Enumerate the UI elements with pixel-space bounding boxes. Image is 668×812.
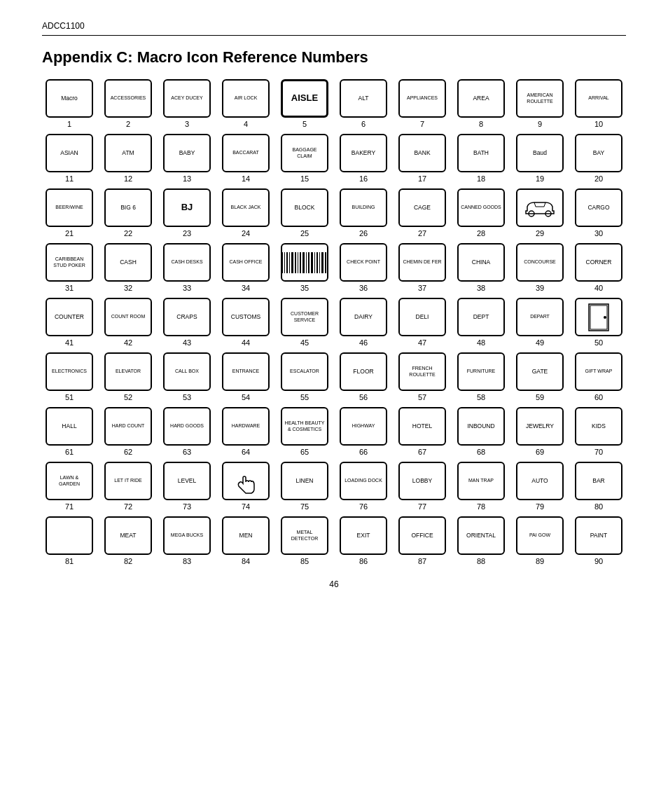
icon-num-42: 42	[124, 338, 132, 347]
icon-cell-80: BAR80	[571, 462, 626, 511]
icon-num-5: 5	[302, 120, 307, 128]
icon-box-29	[516, 188, 564, 227]
icon-cell-23: BJ23	[160, 188, 214, 238]
icon-cell-10: ARRIVAL10	[571, 79, 626, 128]
icon-box-44: CUSTOMS	[222, 298, 270, 336]
icon-cell-6: ALT6	[336, 79, 391, 128]
icon-cell-24: BLACK JACK24	[218, 188, 273, 238]
icon-cell-44: CUSTOMS44	[218, 298, 273, 347]
icon-cell-76: LOADING DOCK76	[336, 462, 391, 511]
icon-num-24: 24	[242, 229, 250, 238]
icon-box-4: AIR LOCK	[222, 79, 270, 118]
icon-cell-74: 74	[218, 462, 273, 511]
icon-num-50: 50	[594, 338, 603, 347]
icon-cell-72: LET IT RIDE72	[101, 462, 155, 511]
icon-num-38: 38	[477, 284, 485, 292]
icon-cell-75: LINEN75	[277, 462, 332, 511]
icon-box-61: HALL	[46, 407, 93, 446]
icon-num-27: 27	[418, 229, 426, 238]
icon-box-18: BATH	[457, 134, 505, 172]
icon-box-34: CASH OFFICE	[222, 243, 270, 282]
icon-box-38: CHINA	[457, 243, 505, 282]
icon-cell-66: HIGHWAY66	[336, 407, 391, 456]
icon-num-9: 9	[538, 120, 542, 128]
icon-cell-3: ACEY DUCEY3	[160, 79, 214, 128]
icon-cell-49: DEPART49	[513, 298, 567, 347]
icon-cell-32: CASH32	[101, 243, 155, 292]
icon-box-83: MEGA BUCKS	[163, 516, 211, 555]
icon-box-64: HARDWARE	[222, 407, 270, 446]
icon-cell-90: PAINT90	[571, 516, 626, 565]
icon-num-66: 66	[359, 448, 368, 456]
icon-num-11: 11	[65, 174, 74, 183]
icon-cell-12: ATM12	[101, 134, 155, 183]
icon-cell-89: PAI GOW89	[513, 516, 567, 565]
icon-num-83: 83	[183, 557, 191, 565]
icon-box-3: ACEY DUCEY	[163, 79, 211, 118]
icon-box-15: BAGGAGE CLAIM	[281, 134, 328, 172]
icon-box-54: ENTRANCE	[222, 352, 270, 391]
icon-box-69: JEWELRY	[516, 407, 564, 446]
icon-box-6: ALT	[340, 79, 387, 118]
icon-num-63: 63	[183, 448, 191, 456]
icon-cell-11: ASIAN11	[42, 134, 97, 183]
icon-cell-28: CANNED GOODS28	[454, 188, 508, 238]
icon-cell-16: BAKERY16	[336, 134, 391, 183]
icon-num-13: 13	[183, 174, 191, 183]
icon-box-68: INBOUND	[457, 407, 505, 446]
icon-num-12: 12	[124, 174, 132, 183]
icon-num-45: 45	[300, 338, 309, 347]
doc-id: ADCC1100	[42, 21, 626, 31]
icon-box-53: CALL BOX	[163, 352, 211, 391]
icon-num-52: 52	[124, 393, 132, 401]
icon-cell-46: DAIRY46	[336, 298, 391, 347]
icon-box-13: BABY	[163, 134, 211, 172]
icon-cell-77: LOBBY77	[395, 462, 450, 511]
icon-num-21: 21	[65, 229, 74, 238]
icon-num-20: 20	[594, 174, 603, 183]
icon-box-72: LET IT RIDE	[104, 462, 152, 500]
icon-box-23: BJ	[163, 188, 211, 227]
icon-num-71: 71	[65, 502, 74, 511]
icon-box-14: BACCARAT	[222, 134, 270, 172]
icon-cell-41: COUNTER41	[42, 298, 97, 347]
icon-num-64: 64	[242, 448, 250, 456]
icon-box-85: METAL DETECTOR	[281, 516, 328, 555]
icon-box-49: DEPART	[516, 298, 564, 336]
icon-num-55: 55	[300, 393, 309, 401]
icon-num-57: 57	[418, 393, 426, 401]
icon-cell-7: APPLIANCES7	[395, 79, 450, 128]
icon-box-16: BAKERY	[340, 134, 387, 172]
icon-num-85: 85	[300, 557, 309, 565]
icon-box-32: CASH	[104, 243, 152, 282]
icon-box-21: BEER/WINE	[46, 188, 93, 227]
icon-cell-14: BACCARAT14	[218, 134, 273, 183]
icon-num-68: 68	[477, 448, 485, 456]
icon-cell-9: AMERICAN ROULETTE9	[513, 79, 567, 128]
icon-cell-78: MAN TRAP78	[454, 462, 508, 511]
icon-num-33: 33	[183, 284, 191, 292]
icon-box-70: KIDS	[575, 407, 622, 446]
icon-box-33: CASH DESKS	[163, 243, 211, 282]
icon-num-28: 28	[477, 229, 485, 238]
icon-cell-4: AIR LOCK4	[218, 79, 273, 128]
icon-cell-63: HARD GOODS63	[160, 407, 214, 456]
icon-cell-2: ACCESSORIES2	[101, 79, 155, 128]
icon-num-67: 67	[418, 448, 426, 456]
icon-num-73: 73	[183, 502, 191, 511]
icon-num-56: 56	[359, 393, 368, 401]
icon-cell-59: GATE59	[513, 352, 567, 401]
icon-num-87: 87	[418, 557, 426, 565]
icon-num-82: 82	[124, 557, 132, 565]
icon-cell-43: CRAPS43	[160, 298, 214, 347]
icon-cell-36: CHECK POINT36	[336, 243, 391, 292]
icon-box-17: BANK	[398, 134, 446, 172]
icon-num-30: 30	[594, 229, 603, 238]
icon-box-37: CHEMIN DE FER	[398, 243, 446, 282]
svg-point-4	[604, 316, 606, 319]
icon-cell-85: METAL DETECTOR85	[277, 516, 332, 565]
page-title: Appendix C: Macro Icon Reference Numbers	[42, 48, 626, 67]
icon-box-30: CARGO	[575, 188, 622, 227]
icon-cell-25: BLOCK25	[277, 188, 332, 238]
icon-num-53: 53	[183, 393, 191, 401]
